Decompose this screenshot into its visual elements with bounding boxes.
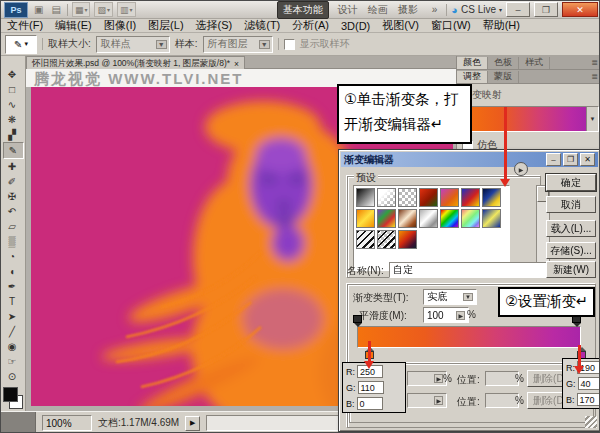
preset-fg-transparent[interactable] (377, 188, 396, 207)
zoom-level-field[interactable]: 100% (42, 415, 92, 431)
3d-rotate-tool[interactable]: ◉ (3, 339, 22, 354)
path-selection-tool[interactable]: ➤ (3, 309, 22, 324)
preset-orange-yellow-orange[interactable] (356, 209, 375, 228)
opacity-stop-left[interactable] (353, 315, 362, 325)
type-tool[interactable]: T (3, 294, 22, 309)
lasso-tool[interactable]: ∿ (3, 97, 22, 112)
hand-tool[interactable]: ☞ (3, 354, 22, 369)
workspace-overflow-button[interactable]: » (427, 3, 443, 16)
sample-size-dropdown[interactable]: 取样点 ▼ (96, 36, 170, 53)
menu-item-8[interactable]: 视图(V) (376, 18, 425, 33)
spot-healing-tool[interactable]: ✚ (3, 159, 22, 174)
menu-item-7[interactable]: 3D(D) (335, 20, 376, 32)
preset-pastel-spectrum[interactable] (461, 209, 480, 228)
dodge-tool[interactable]: ◖ (3, 264, 22, 279)
bridge-icon[interactable]: ▣ (32, 4, 45, 15)
preset-multicolor[interactable] (377, 209, 396, 228)
preset-black-white[interactable] (356, 188, 375, 207)
preset-red-green[interactable] (419, 188, 438, 207)
preset-blue-yellow[interactable] (482, 188, 501, 207)
status-options-button[interactable]: ▶ (185, 416, 200, 431)
load-button[interactable]: 载入(L)... (546, 220, 596, 237)
smoothness-field[interactable]: 100 ▶ (423, 307, 469, 323)
foreground-color-swatch[interactable] (3, 387, 18, 402)
eyedropper-tool[interactable]: ✎ (3, 142, 24, 159)
blur-tool[interactable]: ◔ (3, 249, 22, 264)
minibridge-icon[interactable]: ▤ (49, 4, 62, 15)
save-button[interactable]: 存储(S)... (546, 242, 596, 259)
preset-spectrum[interactable] (440, 209, 459, 228)
panel-tab-1[interactable]: 色板 (488, 57, 519, 69)
dialog-minimize-button[interactable]: – (546, 153, 561, 166)
opacity-location-field[interactable] (485, 371, 519, 386)
close-button[interactable]: ✕ (562, 2, 598, 17)
menu-item-1[interactable]: 编辑(E) (49, 18, 98, 33)
restore-button[interactable]: ❐ (534, 2, 558, 17)
preset-silver[interactable] (419, 209, 438, 228)
dialog-close-button[interactable]: ✕ (580, 153, 595, 166)
panel-tab-0[interactable]: 调整 (457, 71, 488, 83)
screen-mode-button[interactable]: ▧▾ (94, 2, 113, 17)
menu-item-9[interactable]: 窗口(W) (425, 18, 477, 33)
workspace-button-1[interactable]: 绘画 (363, 2, 393, 18)
clone-stamp-tool[interactable]: ✠ (3, 189, 22, 204)
menu-item-2[interactable]: 图像(I) (98, 18, 142, 33)
panel-tab-1[interactable]: 蒙版 (488, 71, 519, 83)
gradient-map-bar[interactable] (462, 107, 586, 131)
show-sampling-ring-checkbox[interactable] (284, 39, 295, 50)
panel-tab-0[interactable]: 颜色 (457, 57, 488, 69)
eraser-tool[interactable]: ▱ (3, 219, 22, 234)
menu-item-4[interactable]: 选择(S) (190, 18, 239, 33)
panel-menu-icon[interactable]: ≣ (588, 58, 600, 67)
workspace-button-2[interactable]: 摄影 (393, 2, 423, 18)
zoom-tool[interactable]: ⊙ (3, 369, 22, 384)
name-field[interactable]: 自定 (389, 262, 547, 278)
view-extras-button[interactable]: ▥▾ (117, 2, 136, 17)
gradient-picker-arrow[interactable]: ▼ (586, 107, 598, 131)
menu-item-3[interactable]: 图层(L) (142, 18, 189, 33)
history-brush-tool[interactable]: ↶ (3, 204, 22, 219)
dialog-restore-button[interactable]: ❐ (563, 153, 578, 166)
tool-preset-picker[interactable]: ✎ ▾ (5, 35, 37, 54)
opacity-field[interactable]: ▶ (407, 371, 447, 386)
cancel-button[interactable]: 取消 (546, 196, 596, 213)
crop-tool[interactable]: ▞ (3, 127, 22, 142)
gradient-tool[interactable]: ▒ (3, 234, 22, 249)
workspace-basic-button[interactable]: 基本功能 (277, 1, 329, 19)
panel-menu-icon[interactable]: ≣ (588, 72, 600, 81)
arrange-documents-button[interactable]: ▦▾ (72, 2, 91, 17)
preset-copper[interactable] (398, 209, 417, 228)
preset-menu-button[interactable]: ▶ (514, 162, 528, 176)
ok-button[interactable]: 确定 (546, 174, 596, 191)
minimize-button[interactable]: – (506, 2, 530, 17)
preset-transparent[interactable] (398, 188, 417, 207)
preset-stripes[interactable] (356, 230, 375, 249)
menu-item-5[interactable]: 滤镜(T) (238, 18, 286, 33)
dialog-title-bar[interactable]: 渐变编辑器 – ❐ ✕ (341, 152, 598, 167)
stop-color-swatch[interactable]: ▶ (407, 393, 447, 408)
menu-item-0[interactable]: 文件(F) (1, 18, 49, 33)
workspace-button-0[interactable]: 设计 (333, 2, 363, 18)
tab-close-icon[interactable]: × (234, 59, 239, 69)
new-button[interactable]: 新建(W) (546, 261, 596, 278)
preset-blue-red-yellow[interactable] (461, 188, 480, 207)
move-tool[interactable]: ✥ (3, 67, 22, 82)
brush-tool[interactable]: ✐ (3, 174, 22, 189)
quick-selection-tool[interactable]: ❋ (3, 112, 22, 127)
preset-violet-orange[interactable] (440, 188, 459, 207)
editor-gradient-bar[interactable] (357, 326, 581, 348)
menu-item-10[interactable]: 帮助(H) (477, 18, 526, 33)
color-location-field[interactable] (485, 393, 519, 408)
gradient-type-dropdown[interactable]: 实底 ▼ (423, 289, 477, 305)
panel-tab-2[interactable]: 样式 (519, 57, 550, 69)
shape-tool[interactable]: ╱ (3, 324, 22, 339)
menu-item-6[interactable]: 分析(A) (286, 18, 335, 33)
preset-stripes-transparent[interactable] (377, 230, 396, 249)
cs-live-button[interactable]: ◕ CS Live ▾ (451, 4, 502, 16)
resize-grip[interactable] (585, 416, 597, 428)
document-tab[interactable]: 怀旧照片效果.psd @ 100%(渐变映射 1, 图层蒙版/8)* × (26, 56, 245, 70)
marquee-tool[interactable]: □ (3, 82, 22, 97)
preset-orange-red-dark[interactable] (398, 230, 417, 249)
sample-dropdown[interactable]: 所有图层 ▼ (203, 36, 273, 53)
pen-tool[interactable]: ✒ (3, 279, 22, 294)
